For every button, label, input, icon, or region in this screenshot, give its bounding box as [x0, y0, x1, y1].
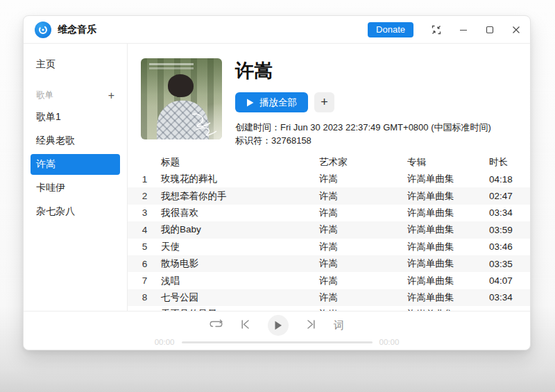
col-album: 专辑 [407, 156, 489, 169]
table-row[interactable]: 5天使许嵩许嵩单曲集03:46 [128, 239, 530, 255]
sidebar-playlist-item[interactable]: 经典老歌 [31, 130, 120, 151]
cell-duration: 03:35 [489, 259, 513, 269]
add-song-button[interactable]: + [314, 92, 334, 112]
cell-duration: 03:46 [489, 241, 513, 252]
cell-duration: 04:18 [489, 174, 513, 185]
cover-caption-strip [149, 63, 194, 65]
cell-album: 许嵩单曲集 [407, 257, 489, 270]
app-title: 维念音乐 [58, 24, 96, 36]
donate-button[interactable]: Donate [368, 22, 413, 37]
playlist-list: 歌单1经典老歌许嵩卡哇伊杂七杂八 [31, 107, 120, 222]
identifier-row: 标识符：32768158 [235, 134, 491, 147]
table-row[interactable]: 7浅唱许嵩许嵩单曲集04:07 [128, 272, 530, 289]
cell-title: 浅唱 [152, 275, 319, 287]
content-area: 许嵩 播放全部 + 创建时间：Fri Jun 30 2023 22:37:49 … [128, 44, 530, 311]
cell-title: 我想牵着你的手 [152, 190, 319, 203]
col-duration: 时长 [489, 156, 513, 169]
player-bar: 词 00:00 00:00 [24, 311, 530, 350]
cell-index: 6 [137, 259, 152, 269]
cell-duration: 02:47 [489, 191, 513, 201]
table-row[interactable]: 6散场电影许嵩许嵩单曲集03:35 [128, 255, 530, 272]
table-row[interactable]: 8七号公园许嵩许嵩单曲集03:34 [128, 289, 530, 306]
app-logo-icon [35, 22, 51, 38]
cell-index: 7 [137, 275, 152, 286]
playlist-info: 许嵩 播放全部 + 创建时间：Fri Jun 30 2023 22:37:49 … [235, 58, 491, 147]
cell-album: 许嵩单曲集 [407, 223, 489, 236]
mini-mode-icon[interactable] [432, 25, 441, 35]
cell-album: 许嵩单曲集 [407, 241, 489, 253]
cell-title: 天使 [152, 241, 319, 253]
cell-title: 我的Baby [152, 223, 319, 236]
table-header-row: 标题 艺术家 专辑 时长 [128, 153, 530, 171]
cell-index: 8 [137, 292, 152, 302]
cell-album: 许嵩单曲集 [407, 190, 489, 203]
cover-person-head [168, 74, 194, 97]
cell-artist: 许嵩 [319, 173, 407, 185]
song-rows: 1玫瑰花的葬礼许嵩许嵩单曲集04:182我想牵着你的手许嵩许嵩单曲集02:473… [128, 171, 530, 311]
cover-signature [187, 110, 219, 138]
next-track-icon[interactable] [306, 319, 316, 332]
cell-duration: 03:34 [489, 207, 513, 218]
col-artist: 艺术家 [319, 156, 407, 169]
cell-artist: 许嵩 [319, 257, 407, 270]
main-area: 主页 歌单 + 歌单1经典老歌许嵩卡哇伊杂七杂八 [24, 44, 530, 311]
table-row[interactable]: 9看不见的风景许嵩许嵩单曲集04:37 [128, 306, 530, 311]
sidebar-playlist-item[interactable]: 卡哇伊 [31, 178, 120, 198]
cell-artist: 许嵩 [319, 275, 407, 287]
song-table: 标题 艺术家 专辑 时长 1玫瑰花的葬礼许嵩许嵩单曲集04:182我想牵着你的手… [128, 153, 530, 311]
lyrics-toggle[interactable]: 词 [334, 319, 344, 332]
cell-artist: 许嵩 [319, 190, 407, 203]
sidebar-playlist-item[interactable]: 杂七杂八 [31, 201, 120, 222]
identifier-value: 32768158 [271, 135, 311, 146]
created-time-row: 创建时间：Fri Jun 30 2023 22:37:49 GMT+0800 (… [235, 121, 491, 134]
playlist-header: 许嵩 播放全部 + 创建时间：Fri Jun 30 2023 22:37:49 … [128, 44, 530, 147]
created-time-label: 创建时间： [235, 122, 280, 133]
cell-artist: 许嵩 [319, 223, 407, 236]
cell-duration: 04:07 [489, 275, 513, 286]
current-time: 00:00 [155, 338, 175, 346]
playlist-section-header: 歌单 + [31, 87, 120, 104]
sidebar: 主页 歌单 + 歌单1经典老歌许嵩卡哇伊杂七杂八 [24, 44, 128, 311]
cell-duration: 03:59 [489, 225, 513, 235]
cell-artist: 许嵩 [319, 207, 407, 219]
sidebar-playlist-item[interactable]: 许嵩 [31, 154, 120, 175]
cell-artist: 许嵩 [319, 241, 407, 253]
add-playlist-button[interactable]: + [108, 91, 114, 101]
cell-album: 许嵩单曲集 [407, 275, 489, 287]
cell-index: 2 [137, 191, 152, 201]
identifier-label: 标识符： [235, 135, 271, 146]
cell-duration: 03:34 [489, 292, 513, 302]
sidebar-item-home[interactable]: 主页 [31, 53, 120, 76]
created-time-value: Fri Jun 30 2023 22:37:49 GMT+0800 (中国标准时… [280, 122, 491, 133]
cell-title: 七号公园 [152, 291, 319, 304]
playlist-section-label: 歌单 [36, 90, 108, 101]
app-window: 维念音乐 Donate 主页 歌单 + [23, 15, 531, 350]
table-row[interactable]: 1玫瑰花的葬礼许嵩许嵩单曲集04:18 [128, 171, 530, 187]
maximize-button[interactable] [486, 26, 494, 34]
title-bar: 维念音乐 Donate [24, 16, 530, 44]
play-button[interactable] [268, 315, 289, 336]
cell-album: 许嵩单曲集 [407, 207, 489, 219]
cell-index: 4 [137, 225, 152, 235]
cell-index: 1 [137, 174, 152, 185]
minimize-button[interactable] [459, 26, 468, 34]
cell-index: 5 [137, 241, 152, 252]
close-button[interactable] [512, 26, 520, 34]
table-row[interactable]: 3我很喜欢许嵩许嵩单曲集03:34 [128, 205, 530, 221]
cell-title: 玫瑰花的葬礼 [152, 173, 319, 185]
previous-track-icon[interactable] [240, 319, 250, 332]
cell-index: 3 [137, 207, 152, 218]
table-row[interactable]: 2我想牵着你的手许嵩许嵩单曲集02:47 [128, 187, 530, 204]
repeat-icon[interactable] [210, 318, 223, 332]
play-icon [246, 99, 254, 107]
cell-album: 许嵩单曲集 [407, 291, 489, 304]
play-all-label: 播放全部 [259, 96, 297, 109]
play-all-button[interactable]: 播放全部 [235, 92, 308, 112]
total-time: 00:00 [379, 338, 400, 346]
cell-title: 我很喜欢 [152, 207, 319, 219]
cell-title: 散场电影 [152, 257, 319, 270]
table-row[interactable]: 4我的Baby许嵩许嵩单曲集03:59 [128, 221, 530, 238]
col-title: 标题 [152, 156, 319, 169]
progress-bar[interactable] [182, 341, 373, 343]
sidebar-playlist-item[interactable]: 歌单1 [31, 107, 120, 128]
